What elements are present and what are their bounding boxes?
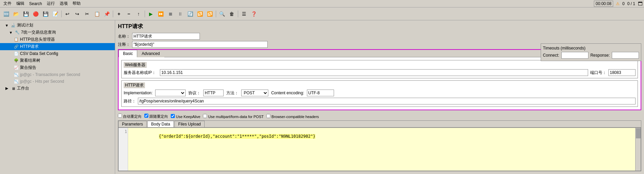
tab-basic[interactable]: Basic <box>119 50 137 57</box>
http-request-icon: 🔗 <box>14 44 19 50</box>
right-panel: HTTP请求 名称： 注释： Basic Advanced Web服务器 服务器… <box>115 20 644 174</box>
cb-browser-compat-label[interactable]: Browser-compatible headers <box>266 114 319 119</box>
save-button[interactable]: 💾 <box>21 9 30 19</box>
clear-btn[interactable]: 🗑 <box>227 9 236 19</box>
remote3-button[interactable]: 🔂 <box>205 9 214 19</box>
jp-hits-label: jp@gc - Hits per Second <box>20 79 64 84</box>
name-row: 名称： <box>118 33 641 40</box>
tab-parameters[interactable]: Parameters <box>118 121 147 127</box>
remote2-button[interactable]: 🔁 <box>195 9 205 19</box>
redo-button[interactable]: ↪ <box>72 9 82 19</box>
http-section-title: HTTP请求 <box>124 82 145 88</box>
code-content[interactable]: {"orderId":${orderId},"account":"1*****"… <box>128 128 635 171</box>
encoding-input[interactable] <box>307 90 334 96</box>
sep4 <box>215 9 217 19</box>
impl-select[interactable] <box>155 90 186 96</box>
new-button[interactable]: 🆕 <box>1 9 11 19</box>
comment-input[interactable] <box>132 41 268 48</box>
test-plan-label: 测试计划 <box>17 22 33 28</box>
cb-keepalive-label[interactable]: Use KeepAlive <box>171 114 200 119</box>
cb-auto-redirect-label[interactable]: 自动重定向 <box>118 114 142 119</box>
tab-body-data[interactable]: Body Data <box>147 121 174 127</box>
code-wrapper: 1 {"orderId":${orderId},"account":"1****… <box>118 128 641 171</box>
cut-button[interactable]: ✂ <box>82 9 92 19</box>
tree-item-jp-hits[interactable]: 📉 jp@gc - Hits per Second <box>0 78 115 85</box>
maximize-icon[interactable]: 🗖 <box>638 1 643 6</box>
cb-follow-redirect[interactable] <box>144 114 148 118</box>
connect-input[interactable] <box>561 52 588 59</box>
tree-item-workbench[interactable]: ▶ 🖥 工作台 <box>0 85 115 92</box>
tree-item-http-request[interactable]: 🔗 HTTP请求 <box>0 43 115 50</box>
http-request-label: HTTP请求 <box>20 44 39 50</box>
timer-display: 00:00:08 <box>594 1 613 7</box>
cb-browser-compat[interactable] <box>266 114 270 118</box>
tab-files-upload[interactable]: Files Upload <box>174 121 205 127</box>
cb-keepalive[interactable] <box>171 114 175 118</box>
move-up-button[interactable]: ↑ <box>134 9 143 19</box>
cb-auto-redirect[interactable] <box>118 114 122 118</box>
tree-item-agg-tree[interactable]: 🌳 聚看结果树 <box>0 57 115 64</box>
agg-tree-label: 聚看结果树 <box>20 58 40 63</box>
server-input[interactable] <box>160 69 588 76</box>
sep2 <box>112 9 114 19</box>
menu-search[interactable]: Search <box>27 1 44 7</box>
encoding-label: Content encoding: <box>271 91 304 95</box>
port-input[interactable] <box>608 69 636 76</box>
menu-options[interactable]: 选项 <box>58 0 70 7</box>
response-label: Response: <box>590 53 610 58</box>
list-btn[interactable]: ☰ <box>239 9 249 19</box>
cb-auto-redirect-text: 自动重定向 <box>123 114 142 118</box>
counter-display: 0 / 1 <box>627 1 635 6</box>
open-button[interactable]: 📂 <box>11 9 21 19</box>
search-btn[interactable]: 🔍 <box>217 9 227 19</box>
run-all-button[interactable]: ⏩ <box>156 9 165 19</box>
protocol-input[interactable] <box>203 90 224 96</box>
response-input[interactable] <box>612 52 639 59</box>
save4-button[interactable]: 📝 <box>50 9 60 19</box>
tree-item-7unite[interactable]: ▼ 🔧 7统一交易信息查询 <box>0 29 115 36</box>
http-header-label: HTTP信息头管理器 <box>20 37 55 42</box>
copy-button[interactable]: 📋 <box>92 9 102 19</box>
toolbar: 🆕 📂 💾 🔴 💾 📝 ↩ ↪ ✂ 📋 📌 + − ↑ ▶ ⏩ ⏹ ⏸ 🔄 🔁 … <box>0 7 644 20</box>
save2-button[interactable]: 🔴 <box>31 9 40 19</box>
cb-follow-redirect-label[interactable]: 跟随重定向 <box>144 114 168 119</box>
server-label: 服务器名称或IP： <box>124 70 156 76</box>
name-input[interactable] <box>132 33 200 40</box>
undo-button[interactable]: ↩ <box>63 9 72 19</box>
menu-file[interactable]: 文件 <box>1 0 14 7</box>
http-header-icon: 📋 <box>14 37 19 42</box>
method-select[interactable]: POST GET PUT DELETE <box>241 90 268 96</box>
tree-item-http-header[interactable]: 📋 HTTP信息头管理器 <box>0 36 115 43</box>
help-btn[interactable]: ❓ <box>249 9 258 19</box>
tree-item-csv[interactable]: 📄 CSV Data Set Config <box>0 50 115 57</box>
menu-run[interactable]: 运行 <box>45 0 57 7</box>
workbench-expand-icon: ▶ <box>4 86 9 91</box>
tree-item-agg-report[interactable]: 📈 聚合报告 <box>0 64 115 71</box>
jp-tps-icon: 📉 <box>14 72 19 77</box>
cb-multipart[interactable] <box>203 114 207 118</box>
run-button[interactable]: ▶ <box>146 9 155 19</box>
save3-button[interactable]: 💾 <box>41 9 50 19</box>
scrollbar-thumb[interactable] <box>636 128 641 138</box>
stop2-button[interactable]: ⏸ <box>175 9 185 19</box>
tab-basic-content: Web服务器 服务器名称或IP： 端口号： HTTP请求 Implementat… <box>119 57 641 110</box>
sep3 <box>144 9 146 19</box>
tab-advanced[interactable]: Advanced <box>137 50 164 57</box>
vertical-scrollbar[interactable] <box>635 128 641 171</box>
stop-button[interactable]: ⏹ <box>166 9 175 19</box>
cb-multipart-text: Use multipart/form-data for POST <box>208 115 264 119</box>
menu-edit[interactable]: 编辑 <box>14 0 26 7</box>
sep1 <box>60 9 62 19</box>
menu-help[interactable]: 帮助 <box>70 0 83 7</box>
remove-button[interactable]: − <box>124 9 133 19</box>
line-number-1: 1 <box>119 129 127 134</box>
remote-button[interactable]: 🔄 <box>185 9 195 19</box>
tree-item-jp-tps[interactable]: 📉 jp@gc - Transactions per Second <box>0 71 115 78</box>
tree-item-test-plan[interactable]: ▼ 🔬 测试计划 <box>0 22 115 29</box>
cb-follow-redirect-text: 跟随重定向 <box>149 114 168 118</box>
add-button[interactable]: + <box>114 9 124 19</box>
panel-title: HTTP请求 <box>118 23 641 30</box>
path-input[interactable] <box>138 98 636 104</box>
paste-button[interactable]: 📌 <box>102 9 111 19</box>
cb-multipart-label[interactable]: Use multipart/form-data for POST <box>203 114 264 119</box>
